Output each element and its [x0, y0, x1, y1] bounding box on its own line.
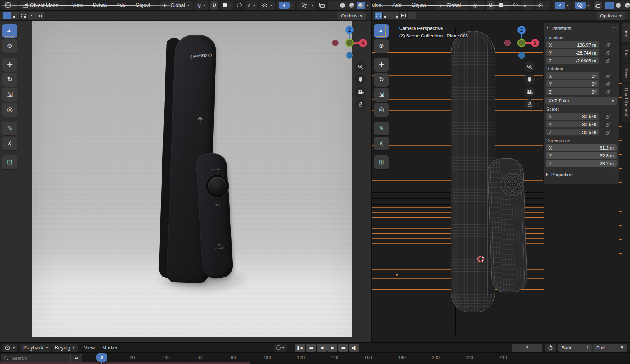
filter-toggle-button[interactable]: ↔ — [71, 354, 82, 362]
show-gizmos-dropdown[interactable]: ➤ — [553, 1, 571, 10]
shading-material-button[interactable] — [348, 2, 356, 9]
move-tool[interactable]: ✚ — [2, 58, 17, 72]
location-z-field[interactable]: Z-2.0605 m — [546, 57, 599, 64]
select-mode-invert[interactable] — [28, 12, 36, 19]
viewport-left-rendered[interactable]: SPEEDY ↑ ON/OFF SET 90° ROTATE ➤⊕✚↻⇲◎✎∡⊞… — [0, 21, 371, 342]
annotate-tool[interactable]: ✎ — [2, 122, 17, 135]
add-cube-tool[interactable]: ⊞ — [374, 155, 389, 169]
measure-tool[interactable]: ∡ — [2, 137, 17, 150]
pan-button[interactable] — [355, 74, 366, 85]
axis-minus-z-handle[interactable] — [518, 52, 525, 59]
options-button[interactable]: Options — [338, 12, 366, 20]
scale-tool[interactable]: ⇲ — [374, 88, 389, 102]
auto-key-record-icon[interactable] — [276, 345, 281, 350]
location-x-field[interactable]: X136.97 m — [546, 41, 599, 48]
proportional-editing-toggle[interactable] — [236, 1, 243, 10]
lock-rotation-z[interactable] — [605, 90, 610, 95]
search-input[interactable] — [11, 355, 68, 361]
dopesheet-channel-strip[interactable] — [0, 362, 250, 364]
rotate-tool[interactable]: ↻ — [374, 73, 389, 87]
scale-x-field[interactable]: X-30.576 — [546, 113, 599, 120]
current-frame-field[interactable]: 2 — [512, 344, 542, 352]
shading-wireframe-button[interactable] — [329, 2, 338, 9]
select-mode-invert[interactable] — [400, 12, 408, 19]
next-keyframe-button[interactable]: ◆▶ — [338, 344, 348, 352]
dimensions-y-field[interactable]: Y32.6 m — [546, 152, 617, 159]
shading-wireframe-button[interactable] — [605, 2, 614, 9]
end-frame-field[interactable]: End 5 — [592, 344, 627, 352]
camera-view-button[interactable] — [524, 87, 535, 97]
viewport-right-wireframe[interactable]: Camera Perspective (2) Scene Collection … — [371, 21, 630, 342]
cursor-tool[interactable]: ⊕ — [374, 39, 389, 53]
camera-view-button[interactable] — [355, 87, 366, 97]
xray-toggle[interactable] — [594, 1, 602, 10]
snap-toggle[interactable] — [210, 1, 218, 10]
shading-material-button[interactable] — [623, 2, 630, 9]
proportional-falloff-dropdown[interactable]: ∧ — [245, 1, 257, 10]
use-preview-range-button[interactable] — [545, 344, 556, 352]
rotate-tool[interactable]: ↻ — [2, 73, 17, 87]
playhead-line[interactable] — [101, 362, 102, 364]
show-gizmos-dropdown[interactable]: ➤ — [277, 1, 295, 10]
lock-scale-z[interactable] — [605, 130, 610, 135]
tab-tool[interactable]: Tool — [622, 44, 630, 62]
lock-rotation-y[interactable] — [605, 82, 610, 87]
axis-x-handle[interactable]: X — [531, 39, 539, 47]
move-tool[interactable]: ✚ — [374, 58, 389, 72]
shading-solid-button[interactable] — [338, 2, 347, 9]
rotation-mode-dropdown[interactable]: XYZ Euler — [545, 97, 617, 105]
play-reverse-button[interactable]: ◀ — [317, 344, 327, 352]
navigation-gizmo[interactable]: Z X — [331, 26, 369, 82]
navigation-gizmo[interactable]: Z X — [503, 26, 541, 82]
timeline-editor-type-button[interactable] — [2, 344, 17, 352]
transform-tool[interactable]: ◎ — [2, 103, 17, 117]
axis-minus-x-handle[interactable] — [332, 40, 339, 46]
rotation-y-field[interactable]: Y0° — [546, 80, 599, 87]
tab-view[interactable]: View — [622, 64, 630, 82]
select-mode-subtract[interactable] — [20, 12, 28, 19]
axis-y-handle[interactable] — [345, 39, 354, 47]
jump-to-start-button[interactable]: ▌◀ — [295, 344, 305, 352]
axis-x-handle[interactable]: X — [359, 39, 367, 47]
lock-location-x[interactable] — [605, 42, 610, 47]
select-mode-intersect[interactable] — [408, 12, 416, 19]
gizmos-toggle[interactable]: ➤ — [279, 2, 290, 9]
scale-z-field[interactable]: Z-30.576 — [546, 129, 599, 136]
lock-scale-x[interactable] — [605, 114, 610, 119]
add-cube-tool[interactable]: ⊞ — [2, 155, 17, 169]
select-mode-subtract[interactable] — [391, 12, 399, 19]
previous-keyframe-button[interactable]: ◀◆ — [306, 344, 316, 352]
start-frame-field[interactable]: Start 1 — [558, 344, 592, 352]
xray-toggle[interactable] — [318, 1, 326, 10]
axis-z-handle[interactable]: Z — [518, 26, 526, 34]
measure-tool[interactable]: ∡ — [374, 137, 389, 150]
zoom-button[interactable] — [524, 61, 535, 72]
rotation-z-field[interactable]: Z0° — [546, 88, 599, 95]
shading-solid-button[interactable] — [614, 2, 623, 9]
jump-to-end-button[interactable]: ▶▌ — [349, 344, 359, 352]
dimensions-x-field[interactable]: X61.2 m — [546, 144, 617, 151]
pivot-point-dropdown[interactable]: ◎ — [195, 1, 208, 10]
menu-marker[interactable]: Marker — [98, 343, 121, 352]
select-box-tool[interactable]: ➤ — [2, 24, 17, 38]
tab-item[interactable]: Item — [622, 23, 630, 42]
gizmos-toggle[interactable]: ➤ — [555, 2, 565, 9]
options-button[interactable]: Options — [597, 12, 625, 20]
timeline-ruler[interactable]: ↔ 20406080100120140160180200220240 2 — [0, 352, 630, 364]
lock-location-z[interactable] — [605, 58, 610, 63]
axis-y-handle[interactable] — [518, 39, 526, 47]
select-box-tool[interactable]: ➤ — [374, 24, 389, 38]
lock-view-button[interactable] — [355, 99, 366, 110]
select-mode-extend[interactable] — [383, 12, 391, 19]
axis-minus-z-handle[interactable] — [346, 52, 353, 59]
scale-y-field[interactable]: Y-30.576 — [546, 121, 599, 128]
overlays-toggle[interactable] — [299, 2, 310, 9]
show-overlays-dropdown[interactable] — [573, 1, 591, 10]
select-mode-extend[interactable] — [11, 12, 19, 19]
annotate-tool[interactable]: ✎ — [374, 122, 389, 135]
panel-grip[interactable]: ∷∷ — [612, 26, 616, 30]
lock-location-y[interactable] — [605, 50, 610, 55]
cursor-tool[interactable]: ⊕ — [2, 39, 17, 53]
rotation-x-field[interactable]: X0° — [546, 72, 599, 80]
select-mode-new[interactable] — [3, 12, 11, 19]
